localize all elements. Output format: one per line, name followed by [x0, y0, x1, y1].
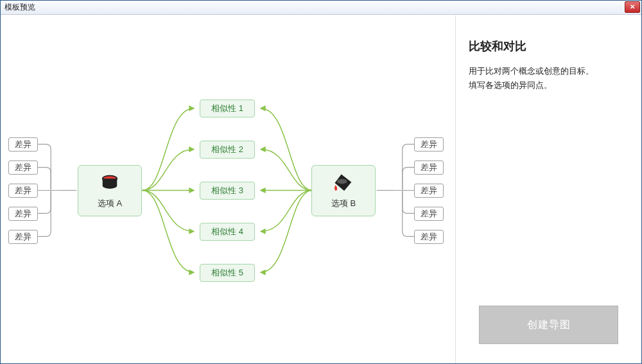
diff-left-node[interactable]: 差异 — [8, 160, 38, 175]
titlebar: 模板预览 ✕ — [1, 1, 641, 15]
panel-heading: 比较和对比 — [469, 39, 629, 54]
paint-can-icon — [98, 172, 121, 195]
diff-left-node[interactable]: 差异 — [8, 207, 38, 221]
diff-right-node[interactable]: 差异 — [414, 230, 444, 244]
similarity-node[interactable]: 相似性 5 — [200, 264, 255, 282]
similarity-node[interactable]: 相似性 2 — [200, 141, 255, 159]
similarity-node[interactable]: 相似性 4 — [200, 223, 255, 241]
diff-right-node[interactable]: 差异 — [414, 184, 444, 198]
diff-right-node[interactable]: 差异 — [414, 207, 444, 221]
diagram-canvas[interactable]: 差异 差异 差异 差异 差异 差异 差异 差异 差异 差异 选项 A — [1, 15, 455, 363]
diff-right-node[interactable]: 差异 — [414, 137, 444, 152]
option-a-label: 选项 A — [98, 198, 122, 209]
diff-left-node[interactable]: 差异 — [8, 184, 38, 198]
body: 差异 差异 差异 差异 差异 差异 差异 差异 差异 差异 选项 A — [1, 15, 641, 363]
similarity-node[interactable]: 相似性 3 — [200, 182, 255, 200]
template-preview-window: 模板预览 ✕ — [0, 0, 642, 364]
side-panel: 比较和对比 用于比对两个概念或创意的目标。 填写各选项的异同点。 创建导图 — [455, 15, 641, 363]
diff-right-node[interactable]: 差异 — [414, 160, 444, 175]
diff-left-node[interactable]: 差异 — [8, 137, 38, 152]
window-close-button[interactable]: ✕ — [625, 1, 640, 13]
paint-bucket-icon — [332, 172, 355, 195]
similarity-node[interactable]: 相似性 1 — [200, 100, 255, 117]
svg-point-2 — [337, 179, 347, 184]
close-icon: ✕ — [630, 4, 635, 10]
diff-left-node[interactable]: 差异 — [8, 230, 38, 244]
option-a-node[interactable]: 选项 A — [78, 165, 142, 216]
option-b-node[interactable]: 选项 B — [311, 165, 376, 216]
window-title: 模板预览 — [4, 2, 35, 13]
panel-description: 用于比对两个概念或创意的目标。 填写各选项的异同点。 — [469, 64, 629, 92]
option-b-label: 选项 B — [331, 198, 356, 209]
create-map-button[interactable]: 创建导图 — [479, 306, 618, 344]
